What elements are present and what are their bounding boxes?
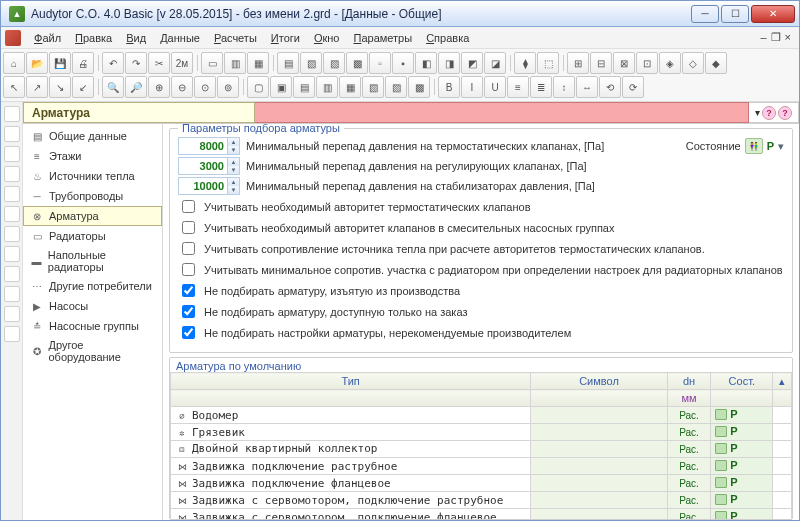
state-dropdown-icon[interactable]: ▾ bbox=[778, 140, 784, 153]
table-row[interactable]: ⋈Задвижка с сервомотором, подключение ра… bbox=[171, 492, 792, 509]
tb-btn[interactable]: ▪ bbox=[392, 52, 414, 74]
tb-btn[interactable]: ◧ bbox=[415, 52, 437, 74]
tb-home-icon[interactable]: ⌂ bbox=[3, 52, 25, 74]
state-button[interactable]: 👫 bbox=[745, 138, 763, 154]
grid[interactable]: Тип Символ dн Сост. ▴ мм bbox=[170, 372, 792, 519]
help-icon[interactable]: ? bbox=[762, 106, 776, 120]
spinner-input[interactable] bbox=[179, 138, 227, 154]
cell-symbol[interactable] bbox=[531, 492, 668, 509]
tb-btn[interactable]: ▤ bbox=[277, 52, 299, 74]
cell-dn[interactable]: Рас. bbox=[667, 407, 710, 424]
th-type[interactable]: Тип bbox=[171, 373, 531, 390]
tb-btn[interactable]: ◨ bbox=[438, 52, 460, 74]
tb-btn[interactable]: ▤ bbox=[293, 76, 315, 98]
tb-btn[interactable]: ◪ bbox=[484, 52, 506, 74]
nav-item-floors[interactable]: ≡Этажи bbox=[23, 146, 162, 166]
cell-state[interactable]: P bbox=[711, 441, 773, 458]
checkbox-no-unrecommended[interactable] bbox=[182, 326, 195, 339]
tb-btn[interactable]: ⊙ bbox=[194, 76, 216, 98]
tb-btn[interactable]: ▧ bbox=[300, 52, 322, 74]
checkbox-no-order-only[interactable] bbox=[182, 305, 195, 318]
tb-btn[interactable]: ⬚ bbox=[537, 52, 559, 74]
cell-dn[interactable]: Рас. bbox=[667, 509, 710, 520]
tb-btn[interactable]: ≡ bbox=[507, 76, 529, 98]
nav-item-heat[interactable]: ♨Источники тепла bbox=[23, 166, 162, 186]
tb-btn[interactable]: ▨ bbox=[385, 76, 407, 98]
tb-btn[interactable]: ◇ bbox=[682, 52, 704, 74]
nav-item-fittings[interactable]: ⊗Арматура bbox=[23, 206, 162, 226]
tb-btn[interactable]: ▢ bbox=[247, 76, 269, 98]
menu-data[interactable]: Данные bbox=[153, 30, 207, 46]
table-row[interactable]: ⌀ВодомерРас.P bbox=[171, 407, 792, 424]
rail-btn[interactable] bbox=[4, 286, 20, 302]
tb-btn[interactable]: ⟳ bbox=[622, 76, 644, 98]
nav-item-pump-groups[interactable]: ≛Насосные группы bbox=[23, 316, 162, 336]
tb-btn[interactable]: ↖ bbox=[3, 76, 25, 98]
tb-btn[interactable]: ▩ bbox=[408, 76, 430, 98]
menu-view[interactable]: Вид bbox=[119, 30, 153, 46]
nav-item-pumps[interactable]: ▶Насосы bbox=[23, 296, 162, 316]
nav-item-pipes[interactable]: ─Трубопроводы bbox=[23, 186, 162, 206]
cell-dn[interactable]: Рас. bbox=[667, 475, 710, 492]
mdi-restore[interactable]: ❐ bbox=[771, 31, 781, 44]
cell-symbol[interactable] bbox=[531, 441, 668, 458]
cell-symbol[interactable] bbox=[531, 458, 668, 475]
tb-btn[interactable]: ⊡ bbox=[636, 52, 658, 74]
minimize-button[interactable]: ─ bbox=[691, 5, 719, 23]
spinner-buttons[interactable]: ▲▼ bbox=[227, 138, 239, 154]
table-row[interactable]: ⋈Задвижка подключение фланцевоеРас.P bbox=[171, 475, 792, 492]
menu-window[interactable]: Окно bbox=[307, 30, 347, 46]
cell-dn[interactable]: Рас. bbox=[667, 424, 710, 441]
rail-btn[interactable] bbox=[4, 306, 20, 322]
close-button[interactable]: ✕ bbox=[751, 5, 795, 23]
menu-file[interactable]: Файл bbox=[27, 30, 68, 46]
cell-state[interactable]: P bbox=[711, 458, 773, 475]
cell-state[interactable]: P bbox=[711, 509, 773, 520]
tb-btn[interactable]: ▩ bbox=[346, 52, 368, 74]
tb-btn[interactable]: ◩ bbox=[461, 52, 483, 74]
tb-cut-icon[interactable]: ✂ bbox=[148, 52, 170, 74]
cell-dn[interactable]: Рас. bbox=[667, 441, 710, 458]
tb-btn[interactable]: ↔ bbox=[576, 76, 598, 98]
tb-btn[interactable]: ◆ bbox=[705, 52, 727, 74]
nav-item-other-equip[interactable]: ✪Другое оборудование bbox=[23, 336, 162, 366]
tb-btn[interactable]: I bbox=[461, 76, 483, 98]
tb-zoom-out-icon[interactable]: 🔎 bbox=[125, 76, 147, 98]
maximize-button[interactable]: ☐ bbox=[721, 5, 749, 23]
menu-help[interactable]: Справка bbox=[419, 30, 476, 46]
menu-calc[interactable]: Расчеты bbox=[207, 30, 264, 46]
tb-btn[interactable]: ⊞ bbox=[567, 52, 589, 74]
tb-open-icon[interactable]: 📂 bbox=[26, 52, 48, 74]
cell-state[interactable]: P bbox=[711, 407, 773, 424]
dropdown-icon[interactable]: ▾ bbox=[755, 107, 760, 118]
tb-btn[interactable]: ⊠ bbox=[613, 52, 635, 74]
tb-btn[interactable]: ▧ bbox=[362, 76, 384, 98]
tb-btn[interactable]: ↗ bbox=[26, 76, 48, 98]
spinner-buttons[interactable]: ▲▼ bbox=[227, 178, 239, 194]
mdi-close[interactable]: × bbox=[785, 31, 791, 44]
checkbox-source-resist[interactable] bbox=[182, 242, 195, 255]
nav-item-floor-radiators[interactable]: ▬Напольные радиаторы bbox=[23, 246, 162, 276]
tb-btn[interactable]: ⊟ bbox=[590, 52, 612, 74]
spinner-input[interactable] bbox=[179, 158, 227, 174]
spinner-input[interactable] bbox=[179, 178, 227, 194]
rail-btn[interactable] bbox=[4, 126, 20, 142]
rail-btn[interactable] bbox=[4, 206, 20, 222]
cell-symbol[interactable] bbox=[531, 407, 668, 424]
cell-state[interactable]: P bbox=[711, 492, 773, 509]
cell-dn[interactable]: Рас. bbox=[667, 492, 710, 509]
tb-btn[interactable]: ▦ bbox=[339, 76, 361, 98]
spinner-stabilizer[interactable]: ▲▼ bbox=[178, 177, 240, 195]
rail-btn[interactable] bbox=[4, 246, 20, 262]
tb-btn[interactable]: ▭ bbox=[201, 52, 223, 74]
nav-item-radiators[interactable]: ▭Радиаторы bbox=[23, 226, 162, 246]
rail-btn[interactable] bbox=[4, 166, 20, 182]
cell-dn[interactable]: Рас. bbox=[667, 458, 710, 475]
tb-btn[interactable]: 2м bbox=[171, 52, 193, 74]
mdi-minimize[interactable]: – bbox=[760, 31, 766, 44]
menu-params[interactable]: Параметры bbox=[347, 30, 420, 46]
rail-btn[interactable] bbox=[4, 266, 20, 282]
cell-state[interactable]: P bbox=[711, 424, 773, 441]
spinner-thermo[interactable]: ▲▼ bbox=[178, 137, 240, 155]
table-row[interactable]: ⋈Задвижка подключение раструбноеРас.P bbox=[171, 458, 792, 475]
